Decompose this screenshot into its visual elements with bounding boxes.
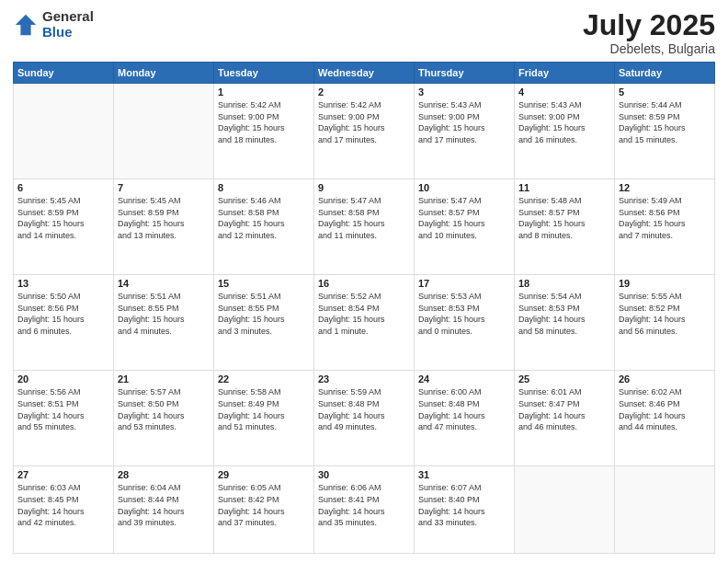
table-row: 18Sunrise: 5:54 AM Sunset: 8:53 PM Dayli… <box>515 275 615 371</box>
day-number: 28 <box>118 469 210 480</box>
day-info: Sunrise: 5:59 AM Sunset: 8:48 PM Dayligh… <box>318 386 410 432</box>
day-info: Sunrise: 5:42 AM Sunset: 9:00 PM Dayligh… <box>218 99 310 145</box>
table-row: 15Sunrise: 5:51 AM Sunset: 8:55 PM Dayli… <box>214 275 314 371</box>
day-number: 4 <box>518 86 610 98</box>
day-number: 26 <box>619 373 711 385</box>
day-number: 18 <box>518 278 610 289</box>
col-saturday: Saturday <box>615 63 715 84</box>
day-number: 7 <box>118 182 210 193</box>
table-row <box>14 84 114 179</box>
day-number: 29 <box>218 469 310 480</box>
day-info: Sunrise: 5:53 AM Sunset: 8:53 PM Dayligh… <box>418 291 510 337</box>
table-row: 27Sunrise: 6:03 AM Sunset: 8:45 PM Dayli… <box>14 466 114 554</box>
table-row: 17Sunrise: 5:53 AM Sunset: 8:53 PM Dayli… <box>415 275 515 371</box>
col-tuesday: Tuesday <box>214 63 314 84</box>
day-number: 1 <box>218 86 310 98</box>
table-row: 11Sunrise: 5:48 AM Sunset: 8:57 PM Dayli… <box>515 179 615 275</box>
day-info: Sunrise: 5:46 AM Sunset: 8:58 PM Dayligh… <box>218 195 310 241</box>
day-info: Sunrise: 6:04 AM Sunset: 8:44 PM Dayligh… <box>118 482 210 528</box>
day-number: 21 <box>118 373 210 385</box>
day-info: Sunrise: 5:52 AM Sunset: 8:54 PM Dayligh… <box>318 291 410 337</box>
day-info: Sunrise: 5:49 AM Sunset: 8:56 PM Dayligh… <box>619 195 711 241</box>
calendar-header-row: Sunday Monday Tuesday Wednesday Thursday… <box>14 63 715 84</box>
day-number: 12 <box>619 182 711 193</box>
day-number: 31 <box>418 469 510 480</box>
day-number: 25 <box>518 373 610 385</box>
day-number: 30 <box>318 469 410 480</box>
col-thursday: Thursday <box>415 63 515 84</box>
table-row: 19Sunrise: 5:55 AM Sunset: 8:52 PM Dayli… <box>615 275 715 371</box>
day-info: Sunrise: 6:02 AM Sunset: 8:46 PM Dayligh… <box>619 386 711 432</box>
logo-general-text: General <box>42 9 94 25</box>
day-number: 5 <box>619 86 711 98</box>
table-row <box>615 466 715 554</box>
table-row: 23Sunrise: 5:59 AM Sunset: 8:48 PM Dayli… <box>314 371 415 466</box>
day-info: Sunrise: 5:45 AM Sunset: 8:59 PM Dayligh… <box>118 195 210 241</box>
day-info: Sunrise: 5:43 AM Sunset: 9:00 PM Dayligh… <box>418 99 510 145</box>
col-friday: Friday <box>515 63 615 84</box>
logo: General Blue <box>13 9 94 40</box>
table-row: 7Sunrise: 5:45 AM Sunset: 8:59 PM Daylig… <box>114 179 214 275</box>
col-sunday: Sunday <box>14 63 114 84</box>
day-number: 3 <box>418 86 510 98</box>
logo-icon <box>13 12 39 38</box>
day-number: 27 <box>17 469 109 480</box>
day-info: Sunrise: 5:43 AM Sunset: 9:00 PM Dayligh… <box>518 99 610 145</box>
col-monday: Monday <box>114 63 214 84</box>
calendar-table: Sunday Monday Tuesday Wednesday Thursday… <box>13 62 715 554</box>
day-number: 23 <box>318 373 410 385</box>
day-number: 10 <box>418 182 510 193</box>
day-info: Sunrise: 5:57 AM Sunset: 8:50 PM Dayligh… <box>118 386 210 432</box>
table-row: 9Sunrise: 5:47 AM Sunset: 8:58 PM Daylig… <box>314 179 415 275</box>
table-row: 30Sunrise: 6:06 AM Sunset: 8:41 PM Dayli… <box>314 466 415 554</box>
day-info: Sunrise: 5:55 AM Sunset: 8:52 PM Dayligh… <box>619 291 711 337</box>
day-info: Sunrise: 5:51 AM Sunset: 8:55 PM Dayligh… <box>218 291 310 337</box>
day-info: Sunrise: 5:45 AM Sunset: 8:59 PM Dayligh… <box>17 195 109 241</box>
day-info: Sunrise: 5:48 AM Sunset: 8:57 PM Dayligh… <box>518 195 610 241</box>
day-number: 14 <box>118 278 210 289</box>
day-info: Sunrise: 6:03 AM Sunset: 8:45 PM Dayligh… <box>17 482 109 528</box>
day-number: 9 <box>318 182 410 193</box>
day-number: 22 <box>218 373 310 385</box>
col-wednesday: Wednesday <box>314 63 415 84</box>
day-info: Sunrise: 5:50 AM Sunset: 8:56 PM Dayligh… <box>17 291 109 337</box>
day-info: Sunrise: 5:42 AM Sunset: 9:00 PM Dayligh… <box>318 99 410 145</box>
header: General Blue July 2025 Debelets, Bulgari… <box>13 9 715 56</box>
day-info: Sunrise: 5:47 AM Sunset: 8:57 PM Dayligh… <box>418 195 510 241</box>
day-info: Sunrise: 6:05 AM Sunset: 8:42 PM Dayligh… <box>218 482 310 528</box>
table-row: 6Sunrise: 5:45 AM Sunset: 8:59 PM Daylig… <box>14 179 114 275</box>
table-row <box>515 466 615 554</box>
table-row <box>114 84 214 179</box>
day-number: 11 <box>518 182 610 193</box>
table-row: 3Sunrise: 5:43 AM Sunset: 9:00 PM Daylig… <box>415 84 515 179</box>
title-location: Debelets, Bulgaria <box>583 41 715 56</box>
day-info: Sunrise: 6:01 AM Sunset: 8:47 PM Dayligh… <box>518 386 610 432</box>
table-row: 26Sunrise: 6:02 AM Sunset: 8:46 PM Dayli… <box>615 371 715 466</box>
svg-marker-0 <box>16 14 36 34</box>
day-info: Sunrise: 5:51 AM Sunset: 8:55 PM Dayligh… <box>118 291 210 337</box>
day-info: Sunrise: 5:44 AM Sunset: 8:59 PM Dayligh… <box>619 99 711 145</box>
page: General Blue July 2025 Debelets, Bulgari… <box>0 0 728 563</box>
table-row: 2Sunrise: 5:42 AM Sunset: 9:00 PM Daylig… <box>314 84 415 179</box>
table-row: 24Sunrise: 6:00 AM Sunset: 8:48 PM Dayli… <box>415 371 515 466</box>
table-row: 8Sunrise: 5:46 AM Sunset: 8:58 PM Daylig… <box>214 179 314 275</box>
day-number: 2 <box>318 86 410 98</box>
table-row: 13Sunrise: 5:50 AM Sunset: 8:56 PM Dayli… <box>14 275 114 371</box>
table-row: 29Sunrise: 6:05 AM Sunset: 8:42 PM Dayli… <box>214 466 314 554</box>
day-info: Sunrise: 5:56 AM Sunset: 8:51 PM Dayligh… <box>17 386 109 432</box>
day-info: Sunrise: 5:58 AM Sunset: 8:49 PM Dayligh… <box>218 386 310 432</box>
day-number: 8 <box>218 182 310 193</box>
logo-text: General Blue <box>42 9 94 40</box>
table-row: 16Sunrise: 5:52 AM Sunset: 8:54 PM Dayli… <box>314 275 415 371</box>
day-number: 19 <box>619 278 711 289</box>
day-info: Sunrise: 6:07 AM Sunset: 8:40 PM Dayligh… <box>418 482 510 528</box>
table-row: 4Sunrise: 5:43 AM Sunset: 9:00 PM Daylig… <box>515 84 615 179</box>
day-number: 6 <box>17 182 109 193</box>
table-row: 12Sunrise: 5:49 AM Sunset: 8:56 PM Dayli… <box>615 179 715 275</box>
table-row: 28Sunrise: 6:04 AM Sunset: 8:44 PM Dayli… <box>114 466 214 554</box>
day-info: Sunrise: 6:00 AM Sunset: 8:48 PM Dayligh… <box>418 386 510 432</box>
title-block: July 2025 Debelets, Bulgaria <box>583 9 715 56</box>
day-number: 24 <box>418 373 510 385</box>
title-month: July 2025 <box>583 9 715 41</box>
day-info: Sunrise: 5:47 AM Sunset: 8:58 PM Dayligh… <box>318 195 410 241</box>
